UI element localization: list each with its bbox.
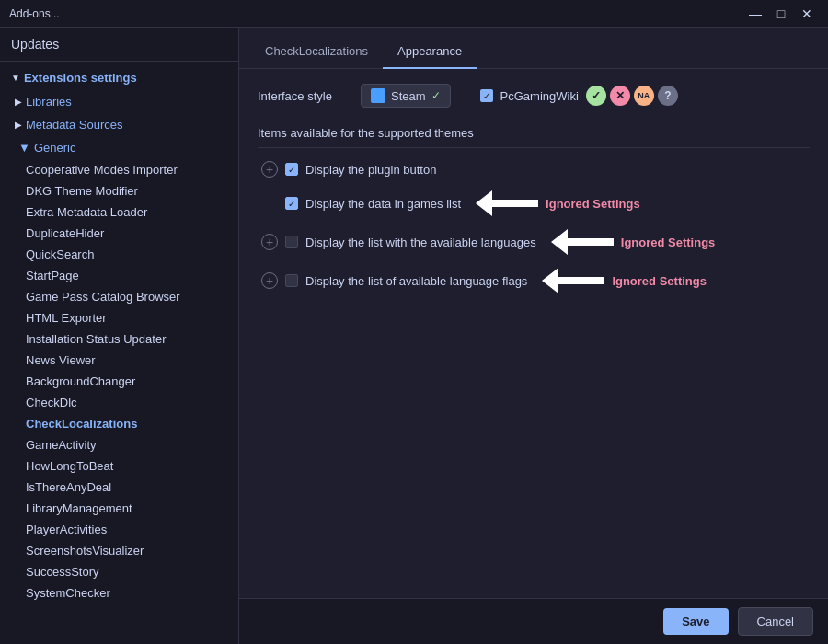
generic-arrow: ▼ <box>18 141 30 155</box>
pcgaming-icons: ✓ ✕ NA ? <box>586 86 678 106</box>
items-section-title: Items available for the supported themes <box>258 126 810 148</box>
item-checkbox-3[interactable] <box>285 274 298 287</box>
sidebar-item-updates[interactable]: Updates <box>0 28 238 62</box>
interface-style-label: Interface style <box>258 89 350 103</box>
sidebar-item-cooperative-modes-importer[interactable]: Cooperative Modes Importer <box>0 159 238 180</box>
item-row-2: +Display the list with the available lan… <box>258 229 810 255</box>
arrow-body-3 <box>558 277 604 284</box>
sidebar-item-howlongtobeat[interactable]: HowLongToBeat <box>0 455 238 477</box>
arrow-head-1 <box>476 190 492 216</box>
plus-btn-0[interactable]: + <box>261 161 278 178</box>
item-label-0: Display the plugin button <box>305 163 436 177</box>
sidebar-extensions-header[interactable]: ▼ Extensions settings <box>0 62 238 90</box>
sidebar-item-dkg-theme-modifier[interactable]: DKG Theme Modifier <box>0 180 238 201</box>
extensions-label: Extensions settings <box>24 71 137 85</box>
content-area: CheckLocalizations Appearance Interface … <box>239 28 828 644</box>
plus-btn-2[interactable]: + <box>261 234 278 250</box>
arrow-annotation-2: Ignored Settings <box>551 229 716 255</box>
sidebar-item-html-exporter[interactable]: HTML Exporter <box>0 307 238 328</box>
sidebar-item-systemchecker[interactable]: SystemChecker <box>0 582 238 604</box>
steam-color-box <box>371 88 385 103</box>
sidebar-item-librarymanagement[interactable]: LibraryManagement <box>0 498 238 519</box>
sidebar-item-gameactivity[interactable]: GameActivity <box>0 434 238 455</box>
libraries-arrow: ▶ <box>15 97 22 107</box>
sidebar-item-checkdlc[interactable]: CheckDlc <box>0 392 238 413</box>
item-label-3: Display the list of available language f… <box>305 274 527 288</box>
sidebar-item-extra-metadata-loader[interactable]: Extra Metadata Loader <box>0 201 238 223</box>
main-container: Updates ▼ Extensions settings ▶ Librarie… <box>0 28 828 644</box>
sidebar-libraries-group: ▶ Libraries ▶ Metadata Sources <box>0 90 238 136</box>
arrow-head-2 <box>551 229 568 255</box>
pcgaming-icon-na: NA <box>634 86 654 106</box>
item-label-2: Display the list with the available lang… <box>305 236 536 249</box>
generic-label: Generic <box>34 141 76 155</box>
item-checkbox-1[interactable]: ✓ <box>285 197 298 210</box>
sidebar-libraries-header[interactable]: ▶ Libraries <box>0 90 238 113</box>
sidebar-item-news-viewer[interactable]: News Viewer <box>0 350 238 371</box>
arrow-annotation-1: Ignored Settings <box>476 190 640 216</box>
item-checkbox-2[interactable] <box>285 236 298 248</box>
maximize-button[interactable]: □ <box>769 5 793 23</box>
sidebar-item-startpage[interactable]: StartPage <box>0 265 238 286</box>
ignored-label-3: Ignored Settings <box>612 274 707 288</box>
pcgaming-icon-unknown: ? <box>658 86 678 106</box>
items-list: +✓Display the plugin button✓Display the … <box>258 161 810 293</box>
sidebar-item-checklocalizations[interactable]: CheckLocalizations <box>0 413 238 434</box>
libraries-label: Libraries <box>26 95 72 109</box>
sidebar-item-duplicatehider[interactable]: DuplicateHider <box>0 223 238 244</box>
item-checkbox-0[interactable]: ✓ <box>285 163 298 176</box>
sidebar-item-game-pass-catalog-browser[interactable]: Game Pass Catalog Browser <box>0 286 238 307</box>
ignored-label-2: Ignored Settings <box>621 236 716 249</box>
sidebar-generic-header[interactable]: ▼ Generic <box>0 136 238 159</box>
arrow-shape-3 <box>542 268 604 293</box>
item-label-1: Display the data in games list <box>305 197 461 211</box>
arrow-body-2 <box>568 238 614 246</box>
ignored-label-1: Ignored Settings <box>546 197 640 211</box>
window-title: Add-ons... <box>9 7 743 20</box>
steam-label: Steam <box>391 89 426 103</box>
sidebar-item-successstory[interactable]: SuccessStory <box>0 561 238 582</box>
plus-btn-3[interactable]: + <box>261 272 278 289</box>
item-row-3: +Display the list of available language … <box>258 268 810 293</box>
item-row-1: ✓Display the data in games list Ignored … <box>258 190 810 216</box>
sidebar-items-list: Cooperative Modes ImporterDKG Theme Modi… <box>0 159 238 604</box>
sidebar-item-playeractivities[interactable]: PlayerActivities <box>0 519 238 540</box>
sidebar-item-quicksearch[interactable]: QuickSearch <box>0 244 238 265</box>
window-controls: — □ ✕ <box>743 5 819 23</box>
interface-style-row: Interface style Steam ✓ ✓ PcGamingWiki ✓… <box>258 84 810 108</box>
pcgaming-icon-x: ✕ <box>610 86 630 106</box>
bottom-bar: Save Cancel <box>239 598 828 644</box>
steam-selector[interactable]: Steam ✓ <box>361 84 451 108</box>
minimize-button[interactable]: — <box>743 5 767 23</box>
title-bar: Add-ons... — □ ✕ <box>0 0 828 28</box>
save-button[interactable]: Save <box>663 608 728 635</box>
metadata-label: Metadata Sources <box>26 118 123 132</box>
close-button[interactable]: ✕ <box>795 5 819 23</box>
sidebar: Updates ▼ Extensions settings ▶ Librarie… <box>0 28 239 644</box>
steam-check-icon: ✓ <box>431 89 441 102</box>
extensions-arrow: ▼ <box>11 73 20 83</box>
arrow-shape-2 <box>551 229 614 255</box>
pcgaming-section: ✓ PcGamingWiki ✓ ✕ NA ? <box>480 86 678 106</box>
pcgaming-icon-check: ✓ <box>586 86 606 106</box>
pcgaming-checkbox[interactable]: ✓ <box>480 89 493 102</box>
arrow-shape-1 <box>476 190 538 216</box>
tab-content-appearance: Interface style Steam ✓ ✓ PcGamingWiki ✓… <box>239 69 828 598</box>
tab-check-localizations[interactable]: CheckLocalizations <box>250 35 383 69</box>
metadata-arrow: ▶ <box>15 120 22 130</box>
sidebar-item-screenshotsvisualizer[interactable]: ScreenshotsVisualizer <box>0 540 238 561</box>
sidebar-metadata-header[interactable]: ▶ Metadata Sources <box>0 113 238 136</box>
sidebar-item-installation-status-updater[interactable]: Installation Status Updater <box>0 328 238 350</box>
arrow-body-1 <box>492 200 538 207</box>
sidebar-item-backgroundchanger[interactable]: BackgroundChanger <box>0 371 238 392</box>
cancel-button[interactable]: Cancel <box>738 607 813 636</box>
tab-appearance[interactable]: Appearance <box>383 35 477 69</box>
tabs-bar: CheckLocalizations Appearance <box>239 35 828 69</box>
item-row-0: +✓Display the plugin button <box>258 161 810 178</box>
arrow-head-3 <box>542 268 558 293</box>
pcgaming-label: PcGamingWiki <box>500 89 579 103</box>
arrow-annotation-3: Ignored Settings <box>542 268 707 293</box>
sidebar-item-isthereanydeal[interactable]: IsThereAnyDeal <box>0 477 238 498</box>
